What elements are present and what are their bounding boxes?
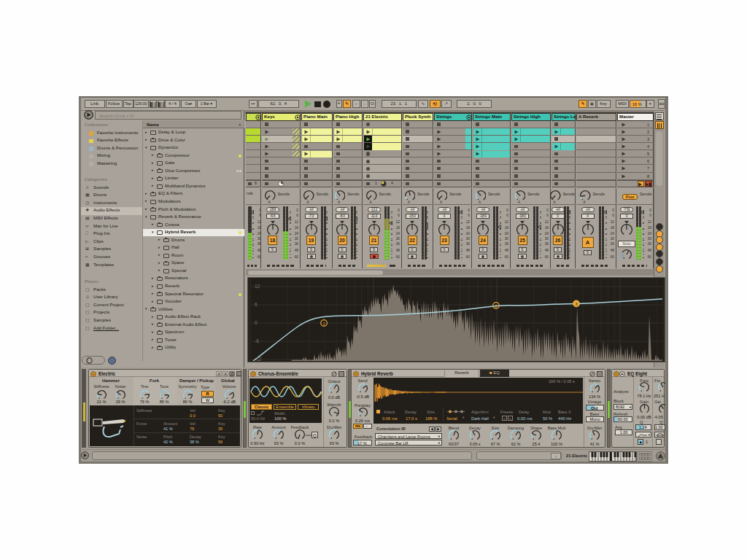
- svg-text:3: 3: [575, 302, 577, 306]
- svg-text:2: 2: [495, 304, 497, 308]
- svg-text:0: 0: [255, 320, 258, 325]
- svg-text:6: 6: [255, 302, 258, 307]
- svg-text:100: 100: [370, 354, 378, 359]
- svg-text:10k: 10k: [616, 354, 624, 359]
- svg-text:-12: -12: [255, 357, 262, 361]
- svg-text:1: 1: [322, 322, 325, 326]
- svg-text:1k: 1k: [495, 354, 500, 359]
- svg-text:-6: -6: [255, 338, 259, 343]
- svg-text:12: 12: [255, 284, 260, 289]
